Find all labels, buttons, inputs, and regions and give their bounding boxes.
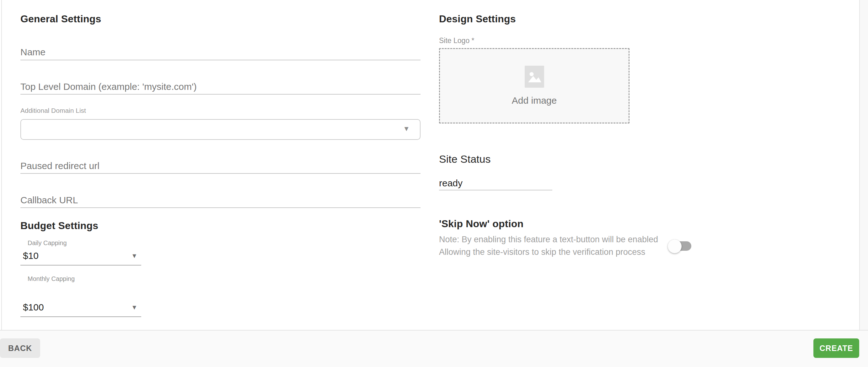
monthly-capping-select[interactable]: $100 ▼ — [21, 301, 141, 317]
add-image-label: Add image — [512, 95, 557, 106]
top-level-domain-input[interactable] — [21, 79, 421, 94]
dropdown-arrow-icon: ▼ — [403, 125, 410, 133]
additional-domain-list-select[interactable]: ▼ — [21, 119, 421, 140]
paused-redirect-url-field-wrapper — [21, 158, 421, 174]
daily-capping-select[interactable]: $10 ▼ — [21, 250, 141, 265]
toggle-thumb[interactable] — [668, 239, 682, 253]
footer-bar — [0, 330, 868, 367]
skip-now-note-line1: Note: By enabling this feature a text-bu… — [439, 233, 658, 246]
site-logo-label: Site Logo * — [439, 36, 474, 45]
daily-capping-value: $10 — [23, 250, 39, 261]
callback-url-input[interactable] — [21, 193, 421, 207]
name-field-wrapper — [21, 44, 421, 60]
callback-url-field-wrapper — [21, 193, 421, 208]
skip-now-toggle[interactable] — [668, 239, 692, 254]
back-button[interactable]: BACK — [0, 338, 40, 358]
name-input[interactable] — [21, 44, 421, 60]
daily-capping-label: Daily Capping — [28, 239, 67, 247]
site-settings-page: General Settings Additional Domain List … — [0, 0, 868, 367]
skip-now-note-line2: Allowing the site-visitors to skip the v… — [439, 246, 645, 258]
create-button[interactable]: CREATE — [813, 338, 859, 358]
monthly-capping-label: Monthly Capping — [28, 275, 75, 282]
general-settings-heading: General Settings — [21, 13, 101, 25]
skip-now-option-heading: 'Skip Now' option — [439, 218, 523, 230]
site-status-input[interactable] — [439, 177, 552, 190]
page-left-border — [1, 0, 2, 330]
budget-settings-heading: Budget Settings — [21, 220, 98, 232]
top-level-domain-field-wrapper — [21, 79, 421, 94]
additional-domain-list-label: Additional Domain List — [21, 107, 86, 114]
scrollbar-track[interactable] — [859, 0, 868, 330]
design-settings-heading: Design Settings — [439, 13, 516, 25]
dropdown-arrow-icon: ▼ — [131, 252, 137, 259]
dropdown-arrow-icon: ▼ — [131, 304, 137, 311]
site-logo-dropzone[interactable]: Add image — [439, 48, 629, 123]
monthly-capping-value: $100 — [23, 302, 44, 313]
site-status-heading: Site Status — [439, 153, 491, 165]
paused-redirect-url-input[interactable] — [21, 158, 421, 173]
image-placeholder-icon — [525, 66, 544, 88]
site-status-field-wrapper — [439, 177, 552, 190]
